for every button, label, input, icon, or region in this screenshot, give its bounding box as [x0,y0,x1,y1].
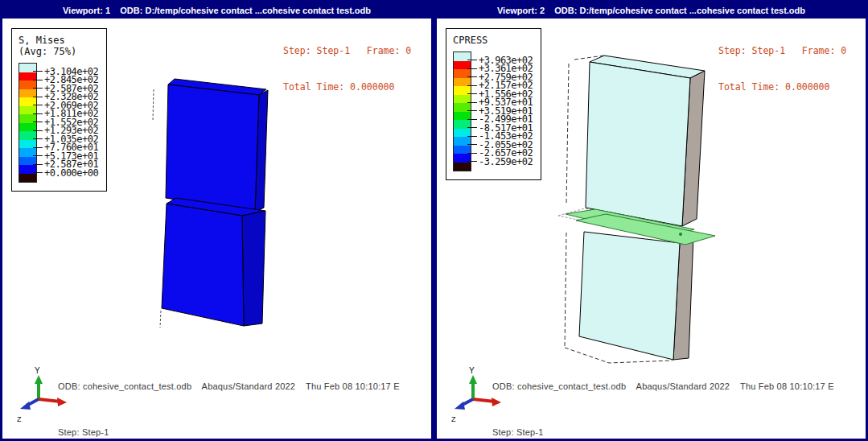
legend-tick [33,172,43,173]
step-frame-readout: Step: Step-1 Frame: 0 Total Time: 0.0000… [283,21,411,117]
step-line: Step: Step-1 Frame: 0 [718,45,846,57]
legend-tick [467,93,477,94]
legend-body: +3.963e+02+3.361e+02+2.759e+02+2.157e+02… [453,52,537,171]
lower-block-side-face [242,211,265,326]
abaqus-dual-viewport-window: Viewport: 1 ODB: D:/temp/cohesive contac… [0,0,868,441]
legend-tick [467,161,477,162]
lower-block-front-face [579,232,680,360]
legend-value: -3.259e+02 [479,156,533,167]
legend-tick [467,68,477,69]
hidden-edge-line [565,233,566,347]
viewport-1-canvas[interactable]: S, Mises (Avg: 75%) +3.104e+02+2.845e+02… [2,19,431,439]
legend-tick [33,147,43,148]
state-annotation-block: ODB: cohesive_contact_test.odb Abaqus/St… [492,361,834,439]
total-time-line: Total Time: 0.000000 [718,81,846,93]
legend-value: +0.000e+00 [44,167,98,179]
hidden-edge-line [160,311,161,328]
step-frame-readout: Step: Step-1 Frame: 0 Total Time: 0.0000… [718,21,846,117]
legend-tick [33,88,43,89]
viewport-1: Viewport: 1 ODB: D:/temp/cohesive contac… [0,0,434,441]
odb-info-line: ODB: cohesive_contact_test.odb Abaqus/St… [492,381,834,391]
contour-legend-mises[interactable]: S, Mises (Avg: 75%) +3.104e+02+2.845e+02… [11,28,107,192]
z-axis-arrowhead [20,402,31,410]
triad-y-label: Y [35,366,40,375]
legend-tick [467,76,477,77]
x-axis-arrow [473,399,495,402]
legend-tick [33,105,43,105]
legend-tick [467,102,477,103]
x-axis-arrow [39,399,60,402]
legend-tick [467,119,477,120]
legend-tick [467,153,477,154]
legend-subtitle: (Avg: 75%) [19,46,103,57]
y-axis-arrowhead [469,375,477,384]
viewport-1-title: Viewport: 1 ODB: D:/temp/cohesive contac… [63,6,371,15]
legend-tick [467,85,477,86]
hidden-edge-line [153,89,154,121]
triad-y-label: Y [469,366,475,375]
annotation-step-line: Step: Step-1 [492,427,834,437]
legend-tick [33,155,43,156]
contour-legend-cpress[interactable]: CPRESS +3.963e+02+3.361e+02+2.759e+02+2.… [446,28,541,180]
legend-tick [33,122,43,122]
legend-tick [33,97,43,97]
legend-tick [467,60,477,60]
lower-block-front-face [162,204,244,326]
viewport-2-canvas[interactable]: CPRESS +3.963e+02+3.361e+02+2.759e+02+2.… [437,19,866,439]
step-line: Step: Step-1 Frame: 0 [283,45,411,57]
z-axis-arrowhead [455,402,465,410]
hidden-edge-line [566,64,569,204]
viewport-1-titlebar[interactable]: Viewport: 1 ODB: D:/temp/cohesive contac… [2,2,431,19]
legend-value-column: +3.963e+02+3.361e+02+2.759e+02+2.157e+02… [471,52,537,170]
y-axis-arrowhead [35,375,43,384]
legend-tick [33,113,43,114]
legend-tick [33,138,43,139]
triad-z-label: Z [17,415,22,423]
state-annotation-block: ODB: cohesive_contact_test.odb Abaqus/St… [58,361,400,439]
legend-tick [33,80,43,80]
legend-tick [467,110,477,111]
upper-block-front-face [586,62,690,226]
legend-tick [467,127,477,128]
viewport-2-title: Viewport: 2 ODB: D:/temp/cohesive contac… [497,6,805,15]
viewport-2: Viewport: 2 ODB: D:/temp/cohesive contac… [434,0,868,441]
upper-block-front-face [166,84,259,212]
legend-body: +3.104e+02+2.845e+02+2.587e+02+2.328e+02… [19,63,103,183]
triad-z-label: Z [451,415,456,423]
legend-tick [33,130,43,131]
legend-tick [33,71,43,72]
contact-surface-vertex [679,233,682,236]
legend-title: S, Mises [19,35,103,46]
viewport-2-titlebar[interactable]: Viewport: 2 ODB: D:/temp/cohesive contac… [437,2,866,19]
legend-tick [467,136,477,137]
total-time-line: Total Time: 0.000000 [283,81,411,93]
legend-value-column: +3.104e+02+2.845e+02+2.587e+02+2.328e+02… [37,63,103,181]
legend-title: CPRESS [453,35,537,46]
legend-tick [33,164,43,165]
odb-info-line: ODB: cohesive_contact_test.odb Abaqus/St… [58,381,400,391]
annotation-step-line: Step: Step-1 [58,427,400,437]
legend-tick [467,144,477,145]
